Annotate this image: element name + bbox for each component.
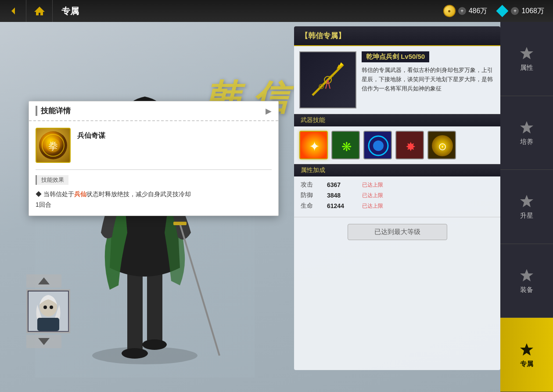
train-label: 培养 (520, 138, 533, 146)
coin-icon: ● (443, 5, 456, 17)
svg-rect-16 (173, 222, 187, 225)
currency-area: ● + 486万 + 1068万 (443, 5, 553, 17)
attr-defense-name: 防御 (301, 191, 327, 199)
skill-popup-body: 拳 兵仙奇谋 (29, 121, 278, 169)
skill-popup-header: 技能详情 ▶ (29, 101, 278, 121)
plus-gem[interactable]: + (511, 7, 519, 15)
attr-defense-status: 已达上限 (362, 192, 383, 199)
effect-num: 1 (36, 201, 39, 208)
excl-icon (519, 342, 535, 357)
plus-coin[interactable]: + (458, 7, 466, 15)
attr-attack-name: 攻击 (301, 181, 327, 189)
nav-down-button[interactable] (26, 335, 61, 348)
attr-icon (519, 45, 535, 61)
effect-prefix: ◆ 当韩信处于 (36, 191, 74, 198)
attr-attack-value: 6367 (327, 181, 362, 188)
nav-up-button[interactable] (26, 274, 61, 288)
svg-rect-20 (37, 318, 59, 331)
star-icon (519, 193, 535, 209)
weapon-info: 乾坤点兵剑 Lv50/50 韩信的专属武器，看似古朴的剑身却包罗万象，上引星辰，… (362, 51, 495, 108)
svg-point-5 (122, 348, 148, 359)
equip-icon (519, 267, 535, 283)
svg-text:⊙: ⊙ (438, 140, 447, 152)
skill-name-area: 兵仙奇谋 (77, 128, 105, 140)
effect-highlight: 兵仙 (74, 191, 86, 198)
attr-row-attack: 攻击 6367 已达上限 (301, 181, 494, 189)
character-portrait[interactable] (26, 289, 70, 333)
gem-icon (496, 5, 508, 17)
max-level-button: 已达到最大等级 (348, 224, 447, 240)
right-sidebar: 属性 培养 升星 装备 专属 (500, 22, 553, 392)
skill-icon-large: 拳 (36, 128, 71, 163)
equip-label: 装备 (520, 286, 533, 294)
back-button[interactable] (0, 0, 26, 22)
excl-label: 专属 (520, 360, 533, 368)
weapon-name: 乾坤点兵剑 Lv50/50 (362, 51, 429, 62)
svg-text:❋: ❋ (341, 140, 352, 154)
sidebar-tab-training[interactable]: 培养 (500, 96, 553, 170)
weapon-skills-label: 武器技能 (294, 114, 500, 126)
topbar: 专属 ● + 486万 + 1068万 (0, 0, 553, 22)
attr-hp-name: 生命 (301, 202, 327, 210)
attributes-section-label: 属性加成 (294, 164, 500, 176)
coin-currency: ● + 486万 (443, 5, 488, 17)
portrait-inner (29, 291, 68, 331)
weapon-section: 剑 乾坤点兵剑 Lv50/50 韩信的专属武器，看似古朴的剑身却包罗万象，上引星… (294, 46, 500, 114)
skill-icon-svg: 拳 (38, 130, 68, 161)
svg-text:✦: ✦ (309, 139, 320, 154)
svg-point-21 (43, 306, 47, 309)
gem-value: 1068万 (521, 7, 544, 16)
max-level-section: 已达到最大等级 (294, 217, 500, 247)
skill-effect-section: 技能效果 ◆ 当韩信处于兵仙状态时释放绝技，减少自身武灵技冷却 1回合 (29, 170, 278, 216)
svg-text:✸: ✸ (406, 140, 416, 154)
svg-rect-3 (127, 268, 143, 356)
panel-header: 【韩信专属】 (294, 26, 500, 46)
svg-point-22 (50, 306, 53, 309)
main-panel: 【韩信专属】 (294, 26, 500, 370)
svg-line-30 (328, 80, 330, 89)
weapon-image: 剑 (299, 51, 356, 108)
svg-point-38 (373, 140, 384, 151)
coin-value: 486万 (469, 7, 488, 16)
skill-name: 兵仙奇谋 (77, 131, 105, 140)
effect-mid: 状态时释放绝技，减少自身武灵技冷却 (86, 191, 191, 198)
skill-popup-title-bar: 技能详情 (36, 106, 71, 116)
skill-popup-title: 技能详情 (36, 106, 71, 116)
effect-suffix: 回合 (39, 201, 51, 208)
weapon-description: 韩信的专属武器，看似古朴的剑身却包罗万象，上引星辰，下接地脉，谈笑间于天地划下星… (362, 66, 495, 93)
attr-hp-value: 61244 (327, 202, 362, 209)
skill-effect-text: ◆ 当韩信处于兵仙状态时释放绝技，减少自身武灵技冷却 1回合 (36, 189, 272, 210)
svg-marker-1 (34, 7, 45, 15)
attr-row-defense: 防御 3848 已达上限 (301, 191, 494, 199)
svg-rect-4 (147, 268, 162, 347)
home-button[interactable] (26, 0, 53, 22)
train-icon (519, 119, 535, 135)
skill-popup-close-arrow[interactable]: ▶ (266, 106, 272, 116)
star-label: 升星 (520, 212, 533, 220)
svg-line-15 (180, 224, 219, 356)
svg-text:拳: 拳 (48, 140, 58, 151)
attr-hp-status: 已达上限 (362, 202, 383, 210)
gem-currency: + 1068万 (496, 5, 544, 17)
sidebar-tab-equip[interactable]: 装备 (500, 244, 553, 318)
skill-icon-1[interactable]: ✦ (299, 131, 328, 159)
svg-marker-23 (38, 338, 50, 345)
page-title: 专属 (53, 5, 88, 17)
weapon-svg: 剑 (304, 56, 352, 104)
portrait-nav (26, 274, 70, 348)
sidebar-tab-exclusive[interactable]: 专属 (500, 318, 553, 392)
weapon-skills-row: ✦ ❋ ✸ (294, 126, 500, 164)
svg-marker-0 (11, 7, 15, 14)
skill-icon-5[interactable]: ⊙ (427, 131, 456, 159)
attr-attack-status: 已达上限 (362, 181, 383, 189)
sidebar-tab-star[interactable]: 升星 (500, 170, 553, 244)
skill-icon-3[interactable] (363, 131, 392, 159)
skill-icon-4[interactable]: ✸ (395, 131, 424, 159)
skill-effect-label: 技能效果 (36, 175, 68, 185)
svg-point-6 (142, 339, 167, 350)
attr-row-hp: 生命 61244 已达上限 (301, 202, 494, 210)
svg-marker-17 (38, 277, 50, 284)
attr-label: 属性 (520, 64, 533, 72)
sidebar-tab-attributes[interactable]: 属性 (500, 22, 553, 96)
skill-icon-2[interactable]: ❋ (331, 131, 360, 159)
